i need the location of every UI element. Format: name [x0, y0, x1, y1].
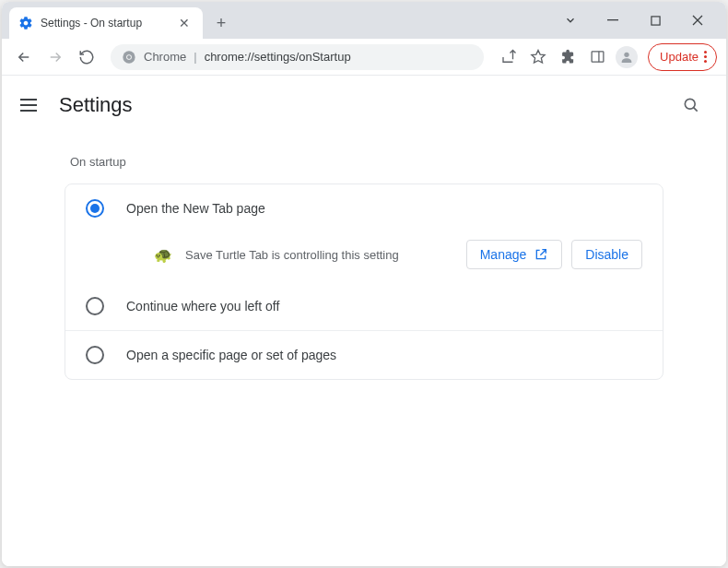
extension-control-notice: 🐢 Save Turtle Tab is controlling this se…	[65, 232, 663, 282]
open-external-icon	[534, 247, 548, 262]
content-header: Settings	[2, 76, 726, 131]
tab-title: Settings - On startup	[41, 17, 175, 30]
radio-row-continue[interactable]: Continue where you left off	[65, 282, 663, 330]
forward-button[interactable]	[42, 44, 68, 70]
minimize-button[interactable]	[592, 2, 634, 39]
radio-label: Open the New Tab page	[126, 201, 265, 216]
page-title: Settings	[59, 93, 133, 117]
page-content: Settings On startup Open the New Tab pag…	[2, 76, 726, 566]
radio-row-specific-pages[interactable]: Open a specific page or set of pages	[65, 330, 663, 379]
gear-icon	[18, 16, 33, 30]
svg-point-8	[685, 99, 695, 109]
radio-label: Continue where you left off	[126, 299, 279, 314]
radio-label: Open a specific page or set of pages	[126, 348, 336, 362]
update-label: Update	[660, 50, 699, 64]
svg-rect-1	[651, 16, 659, 24]
svg-rect-0	[607, 19, 618, 20]
profile-avatar[interactable]	[613, 43, 640, 71]
more-menu-icon	[704, 51, 707, 63]
radio-icon	[86, 199, 104, 218]
update-button[interactable]: Update	[648, 43, 717, 71]
manage-label: Manage	[480, 247, 527, 262]
browser-window: Settings - On startup ✕ +	[2, 2, 726, 566]
on-startup-section: On startup Open the New Tab page 🐢 Save …	[46, 155, 682, 380]
maximize-button[interactable]	[634, 2, 676, 39]
radio-icon	[86, 346, 104, 364]
omnibox-url: chrome://settings/onStartup	[205, 50, 351, 64]
search-settings-button[interactable]	[675, 89, 708, 122]
bookmark-star-icon[interactable]	[524, 43, 552, 71]
address-bar[interactable]: Chrome | chrome://settings/onStartup	[111, 44, 484, 70]
share-icon[interactable]	[495, 43, 523, 71]
hamburger-menu-button[interactable]	[20, 94, 42, 116]
close-window-button[interactable]	[676, 2, 719, 39]
close-tab-icon[interactable]: ✕	[175, 16, 194, 30]
extensions-icon[interactable]	[554, 43, 581, 71]
radio-icon	[86, 297, 104, 315]
toolbar: Chrome | chrome://settings/onStartup	[2, 39, 726, 76]
omnibox-separator: |	[194, 50, 196, 64]
startup-options-card: Open the New Tab page 🐢 Save Turtle Tab …	[65, 183, 663, 380]
side-panel-icon[interactable]	[583, 43, 611, 71]
svg-point-7	[624, 52, 628, 56]
extension-control-text: Save Turtle Tab is controlling this sett…	[185, 248, 399, 262]
window-controls	[549, 2, 719, 39]
reload-button[interactable]	[74, 44, 100, 70]
chrome-product-icon	[122, 50, 136, 65]
new-tab-button[interactable]: +	[208, 10, 234, 36]
radio-row-new-tab[interactable]: Open the New Tab page	[65, 184, 663, 232]
toolbar-right: Update	[495, 43, 717, 71]
disable-extension-button[interactable]: Disable	[571, 240, 642, 269]
omnibox-prefix: Chrome	[144, 50, 186, 64]
svg-line-9	[694, 108, 698, 112]
svg-rect-5	[592, 52, 604, 62]
browser-tab[interactable]: Settings - On startup ✕	[9, 7, 203, 39]
manage-extension-button[interactable]: Manage	[466, 240, 563, 269]
tab-search-button[interactable]	[549, 2, 592, 39]
back-button[interactable]	[11, 44, 37, 70]
disable-label: Disable	[585, 247, 628, 262]
section-label: On startup	[70, 155, 663, 169]
svg-point-4	[127, 55, 131, 59]
extension-icon: 🐢	[154, 246, 172, 264]
titlebar: Settings - On startup ✕ +	[2, 2, 726, 39]
